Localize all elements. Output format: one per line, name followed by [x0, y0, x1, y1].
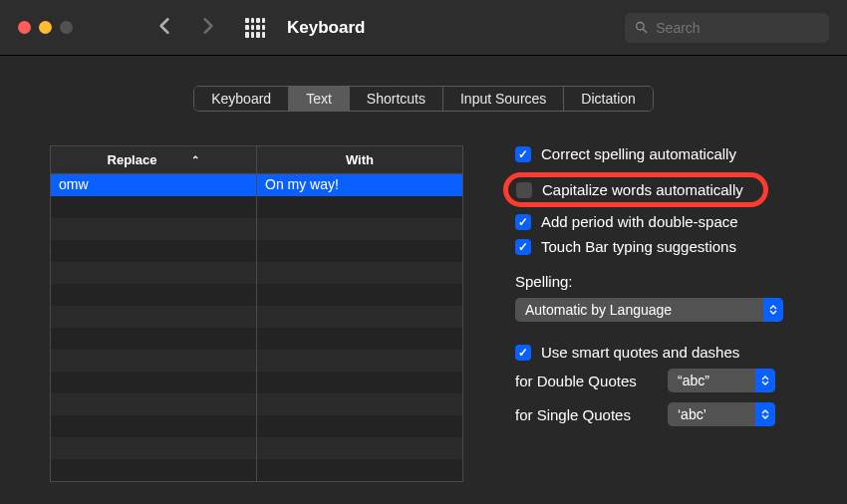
- checkbox-touch-bar[interactable]: ✓: [515, 239, 531, 255]
- checkbox-correct-spelling[interactable]: ✓: [515, 146, 531, 162]
- show-all-button[interactable]: [245, 18, 265, 38]
- check-icon: ✓: [518, 147, 528, 161]
- chevron-left-icon: [157, 17, 171, 35]
- column-replace-label: Replace: [108, 152, 157, 167]
- table-row[interactable]: [51, 415, 462, 437]
- select-stepper: [763, 298, 783, 322]
- table-row[interactable]: [51, 240, 462, 262]
- tab-text[interactable]: Text: [289, 87, 350, 111]
- option-touch-bar[interactable]: ✓ Touch Bar typing suggestions: [515, 238, 823, 255]
- chevron-down-icon: [769, 310, 777, 315]
- label-double-quotes: for Double Quotes: [515, 373, 650, 389]
- tab-shortcuts[interactable]: Shortcuts: [350, 87, 443, 111]
- double-quotes-value: “abc”: [678, 373, 709, 388]
- tabs-inner: Keyboard Text Shortcuts Input Sources Di…: [193, 86, 654, 112]
- table-row[interactable]: [51, 196, 462, 218]
- spelling-label: Spelling:: [515, 273, 823, 290]
- nav-controls: [157, 17, 265, 39]
- table-header: Replace ⌃ With: [50, 145, 463, 173]
- window-controls: [18, 21, 73, 34]
- label-touch-bar: Touch Bar typing suggestions: [541, 238, 736, 255]
- tabs: Keyboard Text Shortcuts Input Sources Di…: [0, 86, 847, 112]
- checkbox-capitalize[interactable]: [516, 182, 532, 198]
- option-add-period[interactable]: ✓ Add period with double-space: [515, 213, 823, 230]
- select-stepper: [755, 402, 775, 426]
- label-capitalize: Capitalize words automatically: [542, 181, 743, 198]
- table-row[interactable]: [51, 284, 462, 306]
- check-icon: ✓: [518, 346, 528, 360]
- tab-dictation[interactable]: Dictation: [564, 87, 652, 111]
- svg-line-1: [643, 29, 646, 32]
- table-body: omw On my way!: [50, 173, 463, 482]
- replacements-table: Replace ⌃ With omw On my way!: [50, 145, 463, 482]
- sort-arrow-icon: ⌃: [191, 154, 199, 165]
- search-icon: [635, 20, 648, 35]
- chevron-right-icon: [201, 17, 215, 35]
- back-button[interactable]: [157, 17, 171, 39]
- cell-replace: omw: [51, 174, 257, 196]
- titlebar: Keyboard: [0, 0, 847, 56]
- table-row[interactable]: [51, 262, 462, 284]
- table-row[interactable]: [51, 328, 462, 350]
- search-input[interactable]: [656, 20, 819, 36]
- table-row[interactable]: omw On my way!: [51, 174, 462, 196]
- table-row[interactable]: [51, 372, 462, 393]
- column-with-label: With: [346, 152, 374, 167]
- checkbox-smart-quotes[interactable]: ✓: [515, 345, 531, 361]
- single-quotes-select[interactable]: ‘abc’: [668, 402, 775, 426]
- zoom-window-button[interactable]: [60, 21, 73, 34]
- column-with[interactable]: With: [257, 146, 462, 173]
- option-capitalize-highlight: Capitalize words automatically: [503, 172, 768, 207]
- tab-keyboard[interactable]: Keyboard: [194, 87, 289, 111]
- tab-input-sources[interactable]: Input Sources: [443, 87, 564, 111]
- checkbox-add-period[interactable]: ✓: [515, 214, 531, 230]
- label-single-quotes: for Single Quotes: [515, 406, 650, 423]
- select-stepper: [755, 369, 775, 392]
- label-correct-spelling: Correct spelling automatically: [541, 145, 736, 162]
- table-row[interactable]: [51, 437, 462, 459]
- label-add-period: Add period with double-space: [541, 213, 738, 230]
- table-row[interactable]: [51, 306, 462, 328]
- table-row[interactable]: [51, 218, 462, 240]
- double-quotes-select[interactable]: “abc”: [668, 369, 775, 392]
- table-row[interactable]: [51, 393, 462, 415]
- option-smart-quotes[interactable]: ✓ Use smart quotes and dashes: [515, 344, 823, 361]
- page-title: Keyboard: [287, 18, 365, 38]
- row-double-quotes: for Double Quotes “abc”: [515, 369, 823, 392]
- chevron-down-icon: [761, 414, 769, 419]
- search-field[interactable]: [625, 13, 829, 43]
- options-panel: ✓ Correct spelling automatically Capital…: [515, 145, 823, 482]
- check-icon: ✓: [518, 215, 528, 229]
- content: Keyboard Text Shortcuts Input Sources Di…: [0, 56, 847, 504]
- label-smart-quotes: Use smart quotes and dashes: [541, 344, 739, 361]
- close-window-button[interactable]: [18, 21, 31, 34]
- option-correct-spelling[interactable]: ✓ Correct spelling automatically: [515, 145, 823, 162]
- check-icon: ✓: [518, 240, 528, 254]
- body: Replace ⌃ With omw On my way!: [0, 112, 847, 482]
- row-single-quotes: for Single Quotes ‘abc’: [515, 402, 823, 426]
- table-row[interactable]: [51, 350, 462, 372]
- column-replace[interactable]: Replace ⌃: [51, 146, 257, 173]
- cell-with: On my way!: [257, 174, 462, 196]
- table-row[interactable]: [51, 459, 462, 481]
- single-quotes-value: ‘abc’: [678, 406, 706, 422]
- spelling-select[interactable]: Automatic by Language: [515, 298, 783, 322]
- minimize-window-button[interactable]: [39, 21, 52, 34]
- spelling-value: Automatic by Language: [525, 302, 672, 318]
- chevron-down-icon: [761, 380, 769, 385]
- forward-button[interactable]: [201, 17, 215, 39]
